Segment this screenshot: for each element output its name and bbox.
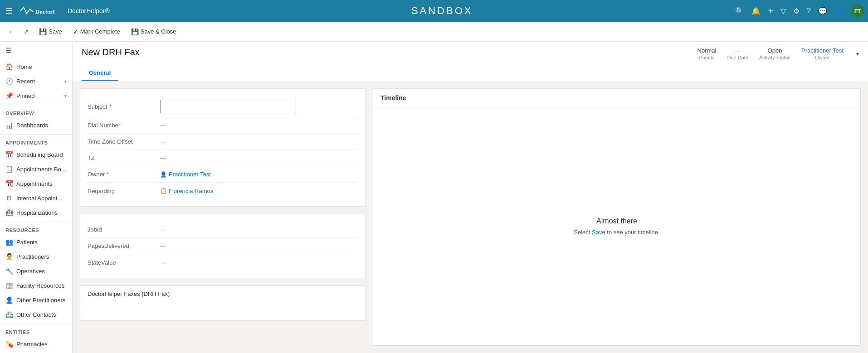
owner-link[interactable]: 👤 Practitioner Test [160,171,358,178]
page-title: New DRH Fax [82,47,140,63]
content-area: New DRH Fax Normal Priority ··· Due Date… [73,42,868,353]
subject-input[interactable] [160,100,296,113]
hamburger-icon[interactable]: ☰ [4,4,15,18]
save-label: Save [49,28,62,35]
save-button[interactable]: 💾 Save [34,26,67,37]
save-close-label: Save & Close [141,28,176,35]
form-row-tz: TZ --- [88,150,358,166]
section-entities: Entities [0,326,72,337]
general-form-section: Subject * Dial Number --- [80,88,366,207]
sidebar-item-appointments[interactable]: 📆 Appointments [0,176,72,191]
meta-chevron-icon[interactable]: ▾ [856,51,859,57]
sidebar-item-scheduling[interactable]: 📅 Scheduling Board [0,147,72,162]
sidebar-item-recent[interactable]: 🕐 Recent ▾ [0,74,72,88]
activity-status-value: Open [759,47,790,54]
back-button[interactable]: ← [5,25,18,38]
sidebar-item-home[interactable]: 🏠 Home [0,59,72,74]
appt-icon: 📆 [5,180,13,187]
owner-link-icon: 👤 [160,171,167,178]
checkmark-icon: ✓ [73,28,78,35]
tz-value: --- [160,155,358,161]
sidebar-item-pharmacies[interactable]: 💊 Pharmacies [0,337,72,351]
pharmacies-icon: 💊 [5,340,13,348]
secondary-form-section-inner: JobId --- PagesDelivered --- StateValue … [80,214,365,278]
right-column: Timeline Almost there Select Save to see… [373,88,861,346]
sidebar-item-other-practitioners[interactable]: 👤 Other Practitioners [0,293,72,307]
timeline-body: Almost there Select Save to see your tim… [373,107,860,345]
app-name-label: DoctorHelper® [62,7,110,15]
sidebar-item-hospitalizations[interactable]: 🏥 Hospitalizations [0,205,72,220]
owner-value[interactable]: Practitioner Test [801,47,844,54]
practitioners-icon: 👨‍⚕️ [5,253,13,260]
pin-icon: 📌 [5,92,13,99]
tab-general[interactable]: General [82,66,118,81]
filter-icon[interactable]: ▽ [780,7,786,15]
sidebar-pinned-label: Pinned [16,92,61,99]
profile-icon[interactable]: 👤 [834,7,844,15]
state-value-value: --- [160,259,358,266]
jobid-value: --- [160,226,358,233]
sidebar-toggle[interactable]: ☰ [0,42,72,59]
facility-icon: 🏢 [5,282,13,289]
form-row-subject: Subject * [88,96,358,117]
secondary-form-section: JobId --- PagesDelivered --- StateValue … [80,214,366,278]
sandbox-center: SANDBOX [149,5,735,17]
meta-due-date: ··· Due Date [727,47,748,60]
action-toolbar: ← ↗ 💾 Save ✓ Mark Complete 💾 Save & Clos… [0,22,868,42]
sidebar-item-practitioners[interactable]: 👨‍⚕️ Practitioners [0,249,72,264]
divider-2 [0,134,72,135]
dial-number-value: --- [160,122,358,129]
forward-button[interactable]: ↗ [20,25,33,38]
recent-caret-icon: ▾ [64,79,67,84]
chat-icon[interactable]: 💬 [818,7,827,15]
dashboard-icon: 📊 [5,121,13,129]
drh-fax-section: DoctorHelper Faxes (DRH Fax) [80,285,366,321]
sidebar-item-other-contacts[interactable]: 📇 Other Contacts [0,307,72,322]
appt-bo-icon: 📋 [5,165,13,173]
bell-icon[interactable]: 🔔 [751,7,761,15]
sidebar-item-pinned[interactable]: 📌 Pinned ▾ [0,88,72,103]
settings-icon[interactable]: ⚙ [793,7,800,15]
sidebar-appt-bo-label: Appointments Bo... [16,166,67,173]
sidebar-home-label: Home [16,63,67,70]
sidebar-recent-label: Recent [16,78,61,85]
internal-appt-icon: 🗓 [5,194,13,202]
timeline-almost-text: Almost there [596,217,637,225]
form-row-timezone-offset: Time Zone Offset --- [88,134,358,150]
scheduling-icon: 📅 [5,151,13,158]
sidebar-item-dashboards[interactable]: 📊 Dashboards [0,118,72,132]
form-row-state-value: StateValue --- [88,254,358,271]
owner-required-star: * [107,171,109,178]
subject-label: Subject * [88,103,160,110]
sidebar-item-internal-appoint[interactable]: 🗓 Internal Appoint... [0,191,72,205]
timeline-save-link[interactable]: Save [592,229,605,236]
user-avatar[interactable]: PT [851,4,864,18]
sidebar-item-facility-resources[interactable]: 🏢 Facility Resources [0,278,72,293]
form-row-pages-delivered: PagesDelivered --- [88,238,358,254]
sidebar-dashboards-label: Dashboards [16,122,67,129]
save-close-icon: 💾 [131,28,139,35]
help-icon[interactable]: ? [807,7,811,15]
jobid-label: JobId [88,226,160,233]
sidebar-item-appointments-bo[interactable]: 📋 Appointments Bo... [0,162,72,176]
add-icon[interactable]: + [768,6,773,16]
priority-label: Priority [697,55,717,60]
save-close-button[interactable]: 💾 Save & Close [127,26,181,37]
search-icon[interactable]: 🔍 [735,7,744,15]
timeline-section: Timeline Almost there Select Save to see… [373,88,861,346]
regarding-link[interactable]: 📋 Florencia Ramos [160,188,358,194]
sidebar-item-patients[interactable]: 👥 Patients [0,235,72,249]
mark-complete-button[interactable]: ✓ Mark Complete [68,26,125,37]
section-appointments: Appointments [0,136,72,147]
priority-value: Normal [697,47,717,54]
section-overview: Overview [0,107,72,118]
owner-label: Owner [801,55,844,60]
meta-owner: Practitioner Test Owner [801,47,844,60]
page-meta: Normal Priority ··· Due Date Open Activi… [697,47,859,66]
page-header: New DRH Fax Normal Priority ··· Due Date… [73,42,868,81]
mark-complete-label: Mark Complete [80,28,120,35]
sidebar-item-operatives[interactable]: 🔧 Operatives [0,264,72,278]
sandbox-title: SANDBOX [411,5,473,17]
sidebar-other-pract-label: Other Practitioners [16,297,67,304]
owner-link-text: Practitioner Test [169,171,211,178]
